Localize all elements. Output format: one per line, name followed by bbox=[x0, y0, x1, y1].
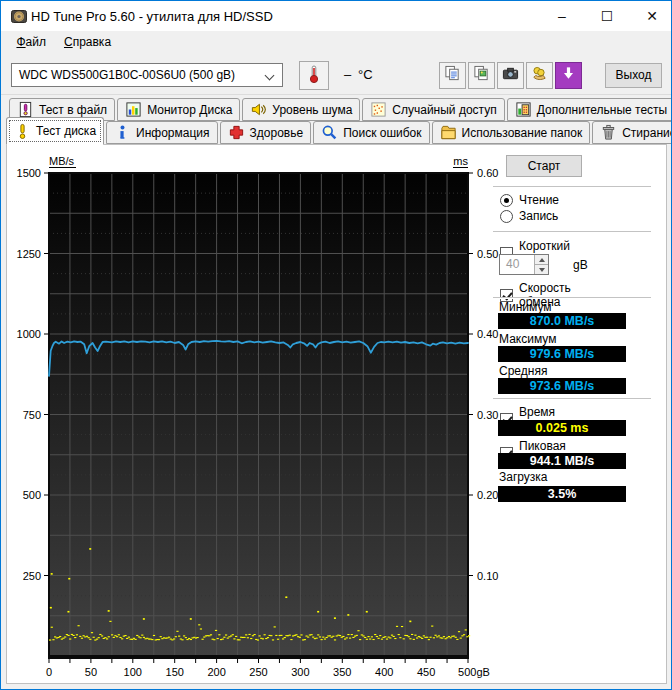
health-icon bbox=[228, 124, 245, 141]
access-time-value: 0.025 ms bbox=[498, 420, 626, 436]
stepper-down-button[interactable] bbox=[534, 264, 548, 274]
thermometer-icon bbox=[305, 64, 323, 88]
access-time-point bbox=[304, 639, 306, 640]
axis-tick-label: 0.50 bbox=[477, 248, 498, 260]
tab-Информация[interactable]: Информация bbox=[106, 121, 217, 144]
access-time-point bbox=[264, 634, 266, 635]
tab-Случайный доступ[interactable]: Случайный доступ bbox=[362, 98, 504, 121]
access-time-point bbox=[104, 637, 106, 638]
tab-label: Стирание bbox=[622, 126, 672, 140]
benchmark-chart: MB/sms2505007501000125015000.100.200.300… bbox=[9, 149, 499, 684]
tab-label: Здоровье bbox=[250, 126, 304, 140]
camera-icon bbox=[502, 65, 519, 86]
access-time-point bbox=[381, 639, 383, 640]
access-time-point bbox=[429, 637, 431, 638]
tab-row-1: Тест в файлМонитор ДискаУровень шумаСлуч… bbox=[9, 98, 672, 121]
axis-tick-label: 1500 bbox=[17, 167, 41, 179]
copy-text-button[interactable] bbox=[439, 62, 466, 89]
stepper-up-button[interactable] bbox=[534, 255, 548, 264]
access-time-point bbox=[423, 635, 425, 636]
access-time-point bbox=[51, 627, 53, 628]
error-scan-icon bbox=[321, 124, 338, 141]
exit-button[interactable]: Выход bbox=[605, 63, 662, 88]
access-time-point bbox=[86, 636, 88, 637]
access-time-point bbox=[456, 639, 458, 640]
access-time-outlier bbox=[51, 573, 53, 575]
access-time-point bbox=[361, 634, 363, 635]
access-time-point bbox=[101, 635, 103, 636]
tab-Монитор Диска[interactable]: Монитор Диска bbox=[117, 98, 240, 121]
start-button[interactable]: Старт bbox=[506, 155, 582, 177]
donate-button[interactable] bbox=[526, 62, 553, 89]
menu-Файл[interactable]: Файл bbox=[7, 31, 55, 53]
close-button[interactable]: ✕ bbox=[635, 1, 669, 31]
tab-label: Монитор Диска bbox=[147, 103, 232, 117]
access-time-outlier bbox=[409, 621, 411, 623]
arrow-down-icon bbox=[539, 268, 545, 272]
access-time-point bbox=[259, 635, 261, 636]
screenshot-button[interactable] bbox=[497, 62, 524, 89]
stride-stepper[interactable]: 40 bbox=[499, 254, 549, 275]
tab-Уровень шума[interactable]: Уровень шума bbox=[242, 98, 360, 121]
access-time-point bbox=[346, 637, 348, 638]
access-time-outlier bbox=[50, 607, 52, 609]
disk-monitor-icon bbox=[125, 101, 142, 118]
radio-write[interactable]: Запись bbox=[500, 209, 558, 223]
axis-tick-label: 500gB bbox=[458, 666, 490, 678]
radio-read[interactable]: Чтение bbox=[500, 193, 559, 207]
maximize-button[interactable]: ☐ bbox=[590, 1, 624, 31]
title-bar: HD Tune Pro 5.60 - утилита для HD/SSD – … bbox=[1, 1, 671, 31]
right-axis-unit-label: ms bbox=[453, 155, 468, 167]
hand-coins-icon bbox=[531, 65, 548, 86]
access-time-outlier bbox=[89, 548, 91, 550]
access-time-point bbox=[334, 639, 336, 640]
radio-icon bbox=[500, 210, 513, 223]
access-time-point bbox=[394, 638, 396, 639]
access-time-point bbox=[243, 637, 245, 638]
access-time-point bbox=[408, 636, 410, 637]
save-results-button[interactable] bbox=[555, 62, 582, 89]
access-time-point bbox=[202, 639, 204, 640]
tab-Поиск ошибок[interactable]: Поиск ошибок bbox=[313, 121, 429, 144]
access-time-point bbox=[223, 637, 225, 638]
access-time-point bbox=[62, 638, 64, 639]
copy-image-button[interactable] bbox=[468, 62, 495, 89]
access-time-point bbox=[217, 638, 219, 639]
access-time-point bbox=[52, 639, 54, 640]
access-time-point bbox=[399, 637, 401, 638]
access-time-point bbox=[458, 631, 460, 632]
axis-tick-label: 300 bbox=[291, 666, 309, 678]
access-time-point bbox=[339, 635, 341, 636]
access-time-point bbox=[468, 635, 470, 636]
access-time-point bbox=[176, 631, 178, 632]
tab-Дополнительные тесты[interactable]: Дополнительные тесты bbox=[507, 98, 672, 121]
access-time-point bbox=[299, 637, 301, 638]
access-time-point bbox=[445, 638, 447, 639]
access-time-point bbox=[300, 634, 302, 635]
axis-tick-label: 1250 bbox=[17, 248, 41, 260]
access-time-point bbox=[225, 634, 227, 635]
access-time-point bbox=[140, 637, 142, 638]
tab-Стирание[interactable]: Стирание bbox=[592, 121, 672, 144]
axis-tick-label: 200 bbox=[207, 666, 225, 678]
noise-level-icon bbox=[250, 101, 267, 118]
access-time-point bbox=[238, 639, 240, 640]
temperature-button[interactable] bbox=[299, 61, 329, 90]
random-access-icon bbox=[370, 101, 387, 118]
access-time-point bbox=[185, 637, 187, 638]
access-time-point bbox=[250, 638, 252, 639]
tab-Тест диска[interactable]: Тест диска bbox=[6, 117, 104, 145]
access-time-point bbox=[57, 637, 59, 638]
tab-Использование папок[interactable]: Использование папок bbox=[432, 121, 591, 144]
download-icon bbox=[560, 65, 577, 86]
separator bbox=[493, 398, 651, 400]
access-time-point bbox=[436, 636, 438, 637]
access-time-point bbox=[247, 637, 249, 638]
drive-selector[interactable]: WDC WDS500G1B0C-00S6U0 (500 gB) bbox=[11, 63, 283, 87]
access-time-point bbox=[359, 639, 361, 640]
access-time-point bbox=[466, 636, 468, 637]
minimize-button[interactable]: – bbox=[545, 1, 579, 31]
axis-tick-label: 0.60 bbox=[477, 167, 498, 179]
menu-Справка[interactable]: Справка bbox=[55, 31, 120, 53]
tab-Здоровье[interactable]: Здоровье bbox=[220, 121, 312, 144]
